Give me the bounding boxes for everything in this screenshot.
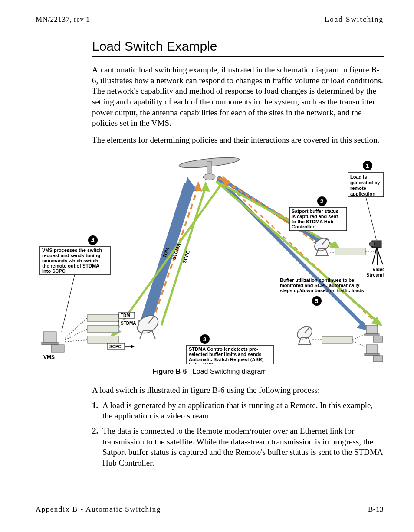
callout-3-l3: Automatic Switch Request (ASR) xyxy=(189,357,264,362)
svg-point-33 xyxy=(369,242,375,247)
video-label: Video xyxy=(372,267,384,272)
intro-para-2: The elements for determining policies an… xyxy=(92,135,384,146)
svg-line-34 xyxy=(372,248,377,264)
list-num-1: 1. xyxy=(92,400,101,421)
appendix-label: Appendix B - Automatic Switching xyxy=(36,505,161,514)
list-item-2: 2. The data is connected to the Remote m… xyxy=(92,426,384,469)
svg-rect-15 xyxy=(88,336,119,343)
callout-2-l2: is captured and sent xyxy=(292,214,338,219)
marker-4-num: 4 xyxy=(91,237,95,244)
marker-5-num: 5 xyxy=(315,298,318,304)
intro-para-1: An automatic load switching example, ill… xyxy=(92,65,384,129)
svg-line-24 xyxy=(65,318,87,338)
callout-3-l4: to the VMS xyxy=(189,362,214,364)
callout-3-l2: selected buffer limits and sends xyxy=(189,352,262,357)
svg-rect-29 xyxy=(335,248,365,255)
callout-3-l1: STDMA Controller detects pre- xyxy=(189,346,258,352)
title-underline xyxy=(92,56,384,57)
callout-2-l3: to the STDMA Hub xyxy=(292,219,333,224)
remote-top-right: Video Streaming xyxy=(312,236,384,277)
hub-tdm: TDM xyxy=(121,313,130,318)
marker-3-num: 3 xyxy=(203,336,206,343)
figure-number: Figure B-6 xyxy=(152,368,187,375)
scpc-label: SCPC xyxy=(181,250,191,264)
tdm-arrow-up xyxy=(146,177,197,321)
callout-1-line3: remote xyxy=(350,186,366,191)
callout-4-l5: into SCPC xyxy=(42,268,66,274)
svg-line-42 xyxy=(352,341,365,347)
svg-rect-23 xyxy=(51,345,64,352)
list-item-1: 1. A load is generated by an application… xyxy=(92,400,384,421)
figure-title: Load Switching diagram xyxy=(193,368,267,375)
callout-5-l2: monitored and SCPC automatically xyxy=(280,283,360,288)
callout-1-leader xyxy=(366,197,376,240)
figure-b6: TDM STDMA SCPC TDM STDMA SCPC xyxy=(36,152,384,375)
svg-rect-48 xyxy=(373,356,383,362)
svg-rect-1 xyxy=(207,161,211,174)
callout-1-line1: Load is xyxy=(350,174,367,180)
section-title: Load Switch Example xyxy=(92,39,384,54)
callout-1-line4: application xyxy=(350,191,375,196)
vms-label: VMS xyxy=(43,354,55,360)
hub-site: TDM STDMA SCPC VMS xyxy=(42,312,161,360)
marker-1-num: 1 xyxy=(366,163,369,169)
page-number: B-13 xyxy=(368,505,384,514)
callout-5-l1: Buffer utilization continues to be xyxy=(280,277,354,283)
svg-rect-45 xyxy=(373,336,383,342)
svg-rect-46 xyxy=(366,345,378,353)
svg-line-41 xyxy=(352,334,365,340)
callout-4-leader xyxy=(62,275,75,332)
svg-point-2 xyxy=(203,174,215,180)
load-switching-diagram: TDM STDMA SCPC TDM STDMA SCPC xyxy=(36,152,384,364)
callout-4-l1: VMS processes the switch xyxy=(42,248,102,253)
svg-rect-14 xyxy=(88,325,119,333)
hub-stdma: STDMA xyxy=(121,321,136,326)
list-text-1: A load is generated by an application th… xyxy=(102,400,384,421)
svg-marker-7 xyxy=(201,181,210,192)
callout-4-l3: commands which switch xyxy=(42,258,99,263)
page-footer: Appendix B - Automatic Switching B-13 xyxy=(36,505,384,514)
svg-rect-47 xyxy=(365,353,379,356)
svg-marker-6 xyxy=(194,181,202,192)
list-text-2: The data is connected to the Remote mode… xyxy=(102,426,384,469)
remote-bottom-right xyxy=(295,324,383,362)
section-name: Load Switching xyxy=(325,15,384,24)
streaming-label: Streaming xyxy=(366,272,384,277)
post-figure-intro: A load switch is illustrated in figure B… xyxy=(92,385,384,396)
svg-line-25 xyxy=(65,329,87,340)
svg-rect-43 xyxy=(366,325,378,334)
svg-marker-20 xyxy=(131,345,135,348)
hub-scpc: SCPC xyxy=(109,344,122,349)
svg-rect-22 xyxy=(42,342,58,345)
callout-5-l3: steps up/down based on traffic loads xyxy=(280,288,364,293)
figure-caption: Figure B-6 Load Switching diagram xyxy=(36,368,384,375)
doc-id: MN/22137, rev 1 xyxy=(36,15,90,24)
callout-4-l2: request and sends tuning xyxy=(42,253,100,258)
list-num-2: 2. xyxy=(92,426,101,469)
page-header: MN/22137, rev 1 Load Switching xyxy=(36,15,384,24)
svg-rect-39 xyxy=(322,336,352,343)
svg-rect-44 xyxy=(365,334,379,336)
svg-line-26 xyxy=(65,340,87,342)
satellite-icon xyxy=(178,156,240,180)
callout-2-l4: Controller xyxy=(292,224,315,229)
callout-4-l4: the remote out of STDMA xyxy=(42,263,99,268)
marker-2-num: 2 xyxy=(320,198,323,205)
svg-rect-21 xyxy=(43,332,56,342)
svg-rect-13 xyxy=(88,314,119,322)
callout-1-line2: generated by xyxy=(350,180,380,185)
callout-2-l1: Satport buffer status xyxy=(292,209,338,214)
